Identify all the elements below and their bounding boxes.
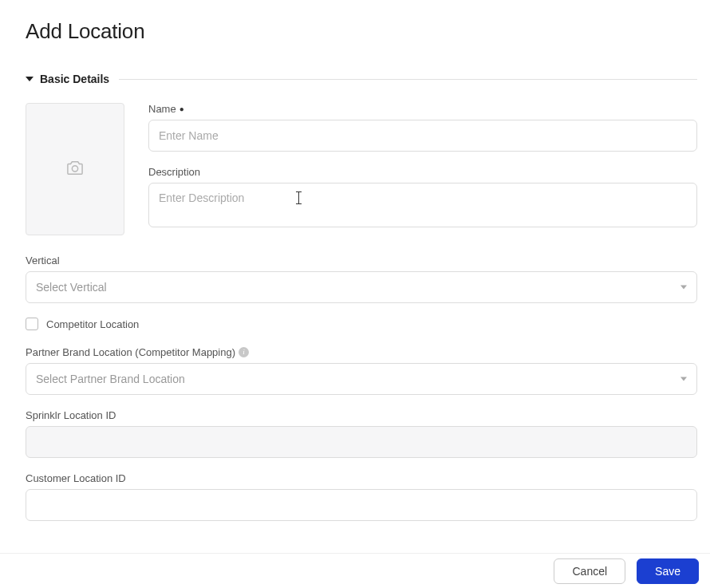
chevron-down-icon <box>26 77 34 81</box>
chevron-down-icon <box>680 377 687 381</box>
competitor-location-checkbox[interactable]: Competitor Location <box>26 318 697 330</box>
cancel-button[interactable]: Cancel <box>554 558 625 584</box>
customer-id-input[interactable] <box>26 489 697 521</box>
footer: Cancel Save <box>0 553 710 588</box>
vertical-label: Vertical <box>26 255 697 266</box>
save-button[interactable]: Save <box>637 558 699 584</box>
required-indicator: ● <box>179 105 184 113</box>
checkbox-icon <box>26 318 38 330</box>
name-label: Name ● <box>148 103 697 115</box>
vertical-select[interactable]: Select Vertical <box>26 271 697 303</box>
description-label: Description <box>148 166 697 178</box>
vertical-placeholder: Select Vertical <box>36 281 107 294</box>
section-title: Basic Details <box>40 73 109 85</box>
info-icon: i <box>239 347 249 357</box>
section-header-basic-details[interactable]: Basic Details <box>26 73 697 85</box>
divider <box>119 79 697 80</box>
name-input[interactable] <box>148 120 697 152</box>
image-upload[interactable] <box>26 103 124 235</box>
svg-point-0 <box>72 166 77 172</box>
competitor-location-label: Competitor Location <box>46 318 139 330</box>
partner-brand-label: Partner Brand Location (Competitor Mappi… <box>26 346 697 358</box>
description-input[interactable] <box>148 183 697 227</box>
chevron-down-icon <box>680 286 687 290</box>
sprinklr-id-input <box>26 426 697 458</box>
partner-brand-placeholder: Select Partner Brand Location <box>36 373 185 385</box>
customer-id-label: Customer Location ID <box>26 472 697 484</box>
sprinklr-id-label: Sprinklr Location ID <box>26 409 697 421</box>
page-title: Add Location <box>26 19 697 44</box>
camera-icon <box>66 160 84 179</box>
partner-brand-select[interactable]: Select Partner Brand Location <box>26 363 697 395</box>
